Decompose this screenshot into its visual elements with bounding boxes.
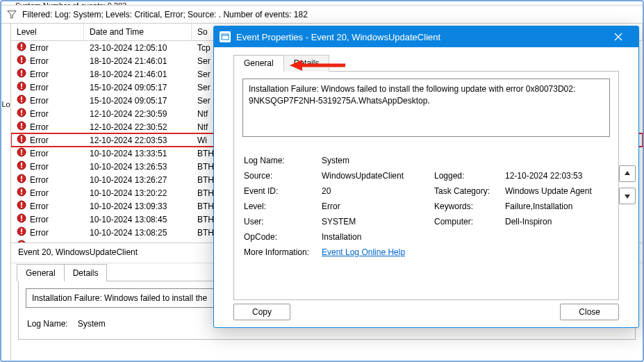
- svg-rect-44: [21, 233, 22, 234]
- row-date: 10-10-2024 13:08:25: [84, 228, 192, 238]
- arrow-up-icon: [623, 170, 631, 178]
- value-eventid: 20: [322, 184, 433, 198]
- row-level: Error: [30, 228, 49, 238]
- error-icon: [17, 213, 26, 225]
- close-icon: [614, 33, 622, 41]
- error-icon: [17, 108, 26, 120]
- error-icon: [17, 187, 26, 199]
- arrow-down-icon: [623, 192, 631, 200]
- svg-rect-28: [21, 163, 22, 166]
- row-date: 18-10-2024 21:46:01: [84, 69, 192, 79]
- value-keywords: Failure,Installation: [505, 199, 599, 213]
- nav-down-button[interactable]: [619, 188, 636, 204]
- svg-rect-8: [21, 74, 22, 76]
- svg-rect-37: [21, 202, 22, 206]
- dialog-close-button[interactable]: [604, 26, 633, 47]
- svg-rect-26: [21, 154, 22, 155]
- row-level: Error: [30, 135, 49, 145]
- preview-tab-details[interactable]: Details: [64, 264, 108, 281]
- row-level: Error: [30, 122, 49, 132]
- row-date: 10-10-2024 13:20:22: [84, 188, 192, 198]
- left-gutter: Lo: [1, 24, 11, 361]
- value-logname: System: [322, 154, 433, 167]
- close-button[interactable]: Close: [560, 304, 619, 320]
- row-date: 23-10-2024 12:05:10: [84, 43, 192, 53]
- preview-logname-label: Log Name:: [27, 318, 76, 330]
- error-icon: [17, 94, 26, 106]
- label-keywords: Keywords:: [434, 199, 504, 213]
- label-eventid: Event ID:: [244, 184, 320, 198]
- svg-rect-11: [21, 88, 22, 89]
- row-date: 15-10-2024 09:05:17: [84, 83, 192, 92]
- label-moreinfo: More Information:: [244, 245, 320, 259]
- error-icon: [17, 227, 26, 238]
- dialog-titlebar[interactable]: Event Properties - Event 20, WindowsUpda…: [214, 26, 638, 47]
- value-source: WindowsUpdateClient: [322, 169, 433, 183]
- svg-rect-31: [21, 176, 22, 179]
- filter-text: Filtered: Log: System; Levels: Critical,…: [22, 10, 308, 19]
- svg-rect-13: [21, 97, 22, 100]
- row-level: Error: [30, 109, 49, 119]
- label-logname: Log Name:: [244, 154, 320, 167]
- svg-rect-22: [21, 136, 22, 140]
- row-date: 10-10-2024 13:26:53: [84, 162, 192, 172]
- row-level: Error: [30, 96, 49, 106]
- error-icon: [17, 42, 26, 54]
- value-opcode: Installation: [322, 230, 433, 244]
- dialog-title: Event Properties - Event 20, WindowsUpda…: [236, 32, 604, 42]
- value-computer: Dell-Inspiron: [505, 215, 599, 229]
- svg-rect-32: [21, 180, 22, 181]
- label-computer: Computer:: [434, 215, 504, 229]
- dialog-tab-general[interactable]: General: [233, 55, 284, 72]
- preview-logname-value: System: [78, 318, 114, 330]
- label-user: User:: [244, 215, 320, 229]
- value-level: Error: [322, 199, 433, 213]
- col-header-level[interactable]: Level: [11, 24, 84, 40]
- row-date: 15-10-2024 09:05:17: [84, 96, 192, 106]
- error-icon: [17, 121, 26, 133]
- svg-rect-1: [21, 44, 22, 47]
- row-date: 10-10-2024 13:09:33: [84, 201, 192, 211]
- svg-rect-34: [21, 189, 22, 192]
- svg-rect-38: [21, 206, 22, 208]
- col-header-date[interactable]: Date and Time: [84, 24, 192, 40]
- row-level: Error: [30, 188, 49, 198]
- row-date: 12-10-2024 22:03:53: [84, 135, 192, 145]
- row-level: Error: [30, 43, 49, 53]
- svg-rect-43: [21, 229, 22, 232]
- more-info-link[interactable]: Event Log Online Help: [322, 247, 405, 257]
- svg-rect-48: [222, 34, 229, 40]
- svg-rect-20: [21, 127, 22, 129]
- nav-up-button[interactable]: [619, 165, 636, 182]
- svg-rect-10: [21, 83, 22, 87]
- preview-tab-general[interactable]: General: [17, 264, 65, 281]
- row-level: Error: [30, 69, 49, 79]
- row-date: 12-10-2024 22:30:52: [84, 122, 192, 132]
- svg-rect-14: [21, 101, 22, 102]
- row-level: Error: [30, 175, 49, 185]
- value-user: SYSTEM: [322, 215, 433, 229]
- svg-rect-19: [21, 123, 22, 126]
- label-taskcat: Task Category:: [434, 184, 504, 198]
- error-icon: [17, 147, 26, 159]
- row-level: Error: [30, 83, 49, 92]
- error-icon: [17, 200, 26, 212]
- row-level: Error: [30, 162, 49, 172]
- row-date: 10-10-2024 13:26:27: [84, 175, 192, 185]
- svg-rect-40: [21, 215, 22, 219]
- row-date: 12-10-2024 22:30:59: [84, 109, 192, 119]
- svg-rect-5: [21, 61, 22, 63]
- row-date: 10-10-2024 13:33:51: [84, 149, 192, 158]
- dialog-app-icon: [220, 31, 231, 42]
- row-date: 10-10-2024 13:08:45: [84, 215, 192, 224]
- row-date: 18-10-2024 21:46:01: [84, 56, 192, 66]
- copy-button[interactable]: Copy: [233, 304, 290, 320]
- label-source: Source:: [244, 169, 320, 183]
- value-taskcat: Windows Update Agent: [505, 184, 599, 198]
- error-icon: [17, 174, 26, 186]
- error-icon: [17, 161, 26, 172]
- svg-rect-16: [21, 110, 22, 113]
- svg-rect-23: [21, 140, 22, 142]
- svg-rect-17: [21, 114, 22, 115]
- dialog-message[interactable]: Installation Failure: Windows failed to …: [242, 79, 610, 137]
